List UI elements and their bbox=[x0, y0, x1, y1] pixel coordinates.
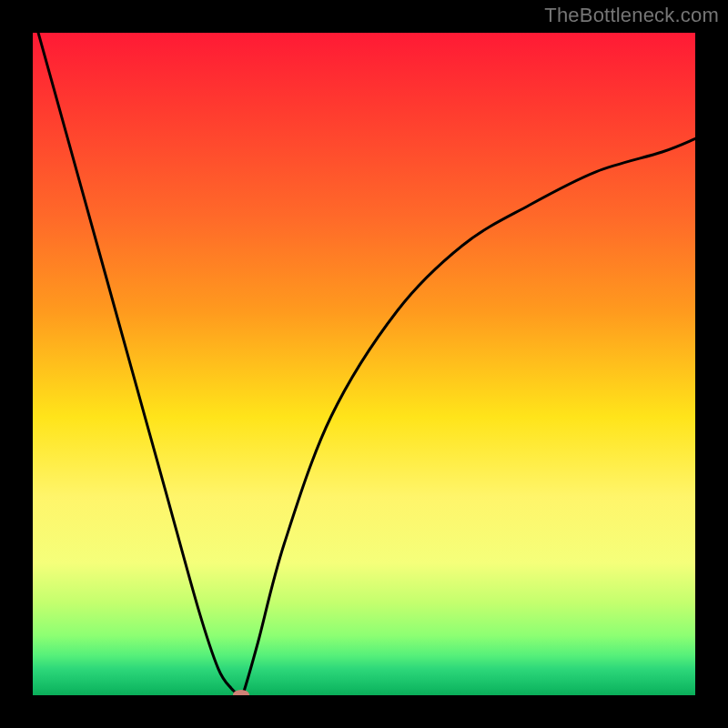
minimum-marker bbox=[233, 690, 249, 695]
watermark-text: TheBottleneck.com bbox=[544, 4, 719, 27]
plot-area bbox=[33, 33, 695, 695]
bottleneck-curve bbox=[33, 33, 695, 695]
curve-path bbox=[33, 33, 695, 695]
chart-frame: TheBottleneck.com bbox=[0, 0, 728, 728]
